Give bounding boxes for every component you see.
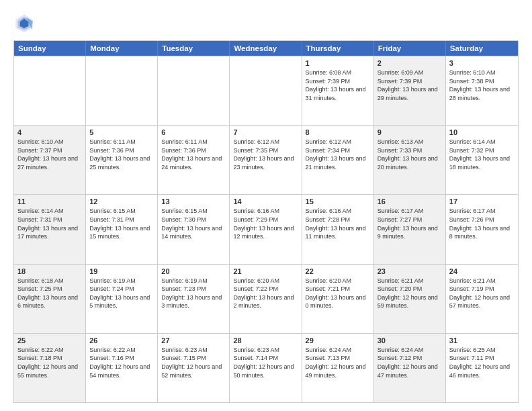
day-info: Sunrise: 6:21 AM Sunset: 7:19 PM Dayligh… [449, 277, 515, 310]
calendar-header: SundayMondayTuesdayWednesdayThursdayFrid… [14, 41, 518, 56]
calendar-cell: 19Sunrise: 6:19 AM Sunset: 7:24 PM Dayli… [86, 265, 158, 333]
calendar-cell: 9Sunrise: 6:13 AM Sunset: 7:33 PM Daylig… [374, 126, 446, 194]
calendar-cell: 16Sunrise: 6:17 AM Sunset: 7:27 PM Dayli… [374, 195, 446, 263]
day-info: Sunrise: 6:14 AM Sunset: 7:32 PM Dayligh… [449, 138, 515, 171]
weekday-header: Thursday [302, 41, 374, 56]
day-info: Sunrise: 6:20 AM Sunset: 7:21 PM Dayligh… [306, 277, 370, 310]
day-info: Sunrise: 6:17 AM Sunset: 7:26 PM Dayligh… [449, 207, 515, 240]
day-number: 1 [306, 59, 370, 67]
calendar-cell: 5Sunrise: 6:11 AM Sunset: 7:36 PM Daylig… [86, 126, 158, 194]
day-info: Sunrise: 6:16 AM Sunset: 7:29 PM Dayligh… [233, 207, 298, 240]
calendar-cell: 31Sunrise: 6:25 AM Sunset: 7:11 PM Dayli… [446, 334, 518, 402]
day-info: Sunrise: 6:25 AM Sunset: 7:11 PM Dayligh… [449, 346, 515, 379]
day-info: Sunrise: 6:21 AM Sunset: 7:20 PM Dayligh… [378, 277, 442, 310]
day-number: 31 [449, 336, 515, 345]
day-info: Sunrise: 6:18 AM Sunset: 7:25 PM Dayligh… [17, 277, 82, 310]
day-info: Sunrise: 6:12 AM Sunset: 7:35 PM Dayligh… [233, 138, 298, 171]
day-info: Sunrise: 6:20 AM Sunset: 7:22 PM Dayligh… [233, 277, 298, 310]
day-number: 3 [449, 59, 515, 67]
day-info: Sunrise: 6:10 AM Sunset: 7:38 PM Dayligh… [449, 68, 515, 102]
calendar-cell: 30Sunrise: 6:24 AM Sunset: 7:12 PM Dayli… [374, 334, 446, 402]
day-info: Sunrise: 6:19 AM Sunset: 7:23 PM Dayligh… [161, 277, 226, 310]
day-info: Sunrise: 6:23 AM Sunset: 7:15 PM Dayligh… [161, 346, 226, 379]
day-number: 21 [233, 267, 298, 275]
day-info: Sunrise: 6:11 AM Sunset: 7:36 PM Dayligh… [89, 138, 154, 171]
calendar-cell: 21Sunrise: 6:20 AM Sunset: 7:22 PM Dayli… [230, 265, 302, 333]
day-number: 26 [89, 336, 154, 345]
calendar-cell: 15Sunrise: 6:16 AM Sunset: 7:28 PM Dayli… [302, 195, 374, 263]
day-number: 19 [89, 267, 154, 275]
day-info: Sunrise: 6:15 AM Sunset: 7:31 PM Dayligh… [89, 207, 154, 240]
calendar-cell: 22Sunrise: 6:20 AM Sunset: 7:21 PM Dayli… [302, 265, 374, 333]
day-info: Sunrise: 6:15 AM Sunset: 7:30 PM Dayligh… [161, 207, 226, 240]
day-number: 25 [17, 336, 82, 345]
day-info: Sunrise: 6:23 AM Sunset: 7:14 PM Dayligh… [233, 346, 298, 379]
calendar: SundayMondayTuesdayWednesdayThursdayFrid… [13, 40, 519, 403]
weekday-header: Tuesday [158, 41, 230, 56]
day-info: Sunrise: 6:16 AM Sunset: 7:28 PM Dayligh… [306, 207, 370, 240]
day-number: 11 [17, 197, 82, 205]
day-info: Sunrise: 6:09 AM Sunset: 7:39 PM Dayligh… [378, 68, 442, 102]
header [13, 12, 519, 34]
calendar-body: 1Sunrise: 6:08 AM Sunset: 7:39 PM Daylig… [14, 56, 518, 402]
calendar-cell: 4Sunrise: 6:10 AM Sunset: 7:37 PM Daylig… [14, 126, 86, 194]
calendar-cell [158, 56, 230, 125]
day-number: 30 [378, 336, 442, 345]
day-number: 27 [161, 336, 226, 345]
calendar-cell: 11Sunrise: 6:14 AM Sunset: 7:31 PM Dayli… [14, 195, 86, 263]
day-info: Sunrise: 6:14 AM Sunset: 7:31 PM Dayligh… [17, 207, 82, 240]
logo [13, 12, 38, 34]
day-number: 7 [233, 128, 298, 136]
day-info: Sunrise: 6:22 AM Sunset: 7:16 PM Dayligh… [89, 346, 154, 379]
calendar-cell: 3Sunrise: 6:10 AM Sunset: 7:38 PM Daylig… [446, 56, 518, 125]
day-number: 23 [378, 267, 442, 275]
day-info: Sunrise: 6:22 AM Sunset: 7:18 PM Dayligh… [17, 346, 82, 379]
weekday-header: Sunday [14, 41, 86, 56]
day-number: 14 [233, 197, 298, 205]
day-number: 13 [161, 197, 226, 205]
calendar-row: 1Sunrise: 6:08 AM Sunset: 7:39 PM Daylig… [14, 56, 518, 125]
calendar-cell: 26Sunrise: 6:22 AM Sunset: 7:16 PM Dayli… [86, 334, 158, 402]
day-number: 12 [89, 197, 154, 205]
calendar-row: 25Sunrise: 6:22 AM Sunset: 7:18 PM Dayli… [14, 333, 518, 402]
day-info: Sunrise: 6:24 AM Sunset: 7:12 PM Dayligh… [378, 346, 442, 379]
day-number: 8 [306, 128, 370, 136]
logo-icon [13, 12, 35, 34]
page: SundayMondayTuesdayWednesdayThursdayFrid… [0, 0, 532, 411]
calendar-cell: 6Sunrise: 6:11 AM Sunset: 7:36 PM Daylig… [158, 126, 230, 194]
day-info: Sunrise: 6:10 AM Sunset: 7:37 PM Dayligh… [17, 138, 82, 171]
day-info: Sunrise: 6:24 AM Sunset: 7:13 PM Dayligh… [306, 346, 370, 379]
calendar-cell: 29Sunrise: 6:24 AM Sunset: 7:13 PM Dayli… [302, 334, 374, 402]
calendar-cell [14, 56, 86, 125]
calendar-cell: 12Sunrise: 6:15 AM Sunset: 7:31 PM Dayli… [86, 195, 158, 263]
weekday-header: Saturday [446, 41, 518, 56]
day-info: Sunrise: 6:11 AM Sunset: 7:36 PM Dayligh… [161, 138, 226, 171]
calendar-cell: 17Sunrise: 6:17 AM Sunset: 7:26 PM Dayli… [446, 195, 518, 263]
calendar-cell: 20Sunrise: 6:19 AM Sunset: 7:23 PM Dayli… [158, 265, 230, 333]
day-info: Sunrise: 6:08 AM Sunset: 7:39 PM Dayligh… [306, 68, 370, 102]
day-number: 17 [449, 197, 515, 205]
calendar-cell: 7Sunrise: 6:12 AM Sunset: 7:35 PM Daylig… [230, 126, 302, 194]
calendar-cell: 24Sunrise: 6:21 AM Sunset: 7:19 PM Dayli… [446, 265, 518, 333]
calendar-cell: 1Sunrise: 6:08 AM Sunset: 7:39 PM Daylig… [302, 56, 374, 125]
day-number: 28 [233, 336, 298, 345]
calendar-cell: 10Sunrise: 6:14 AM Sunset: 7:32 PM Dayli… [446, 126, 518, 194]
day-info: Sunrise: 6:17 AM Sunset: 7:27 PM Dayligh… [378, 207, 442, 240]
calendar-row: 4Sunrise: 6:10 AM Sunset: 7:37 PM Daylig… [14, 125, 518, 194]
calendar-cell [86, 56, 158, 125]
weekday-header: Monday [86, 41, 158, 56]
day-number: 10 [449, 128, 515, 136]
day-info: Sunrise: 6:13 AM Sunset: 7:33 PM Dayligh… [378, 138, 442, 171]
calendar-row: 11Sunrise: 6:14 AM Sunset: 7:31 PM Dayli… [14, 194, 518, 263]
day-number: 15 [306, 197, 370, 205]
calendar-cell: 2Sunrise: 6:09 AM Sunset: 7:39 PM Daylig… [374, 56, 446, 125]
calendar-cell: 25Sunrise: 6:22 AM Sunset: 7:18 PM Dayli… [14, 334, 86, 402]
day-number: 18 [17, 267, 82, 275]
day-info: Sunrise: 6:12 AM Sunset: 7:34 PM Dayligh… [306, 138, 370, 171]
day-number: 9 [378, 128, 442, 136]
day-number: 29 [306, 336, 370, 345]
day-number: 5 [89, 128, 154, 136]
calendar-cell: 18Sunrise: 6:18 AM Sunset: 7:25 PM Dayli… [14, 265, 86, 333]
day-number: 6 [161, 128, 226, 136]
calendar-cell [230, 56, 302, 125]
